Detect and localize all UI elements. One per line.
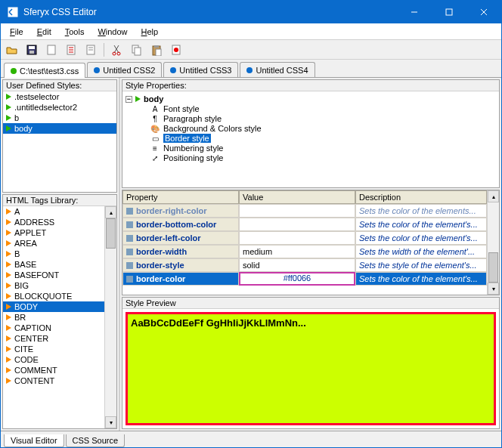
uds-item[interactable]: .untitledselector2 <box>3 102 116 113</box>
tree-child-label: Positioning style <box>163 153 224 162</box>
close-button[interactable] <box>466 1 501 23</box>
paste-icon[interactable] <box>148 42 165 58</box>
uds-item[interactable]: .testselector <box>3 91 116 102</box>
htl-list[interactable]: AADDRESSAPPLETAREABBASEBASEFONTBIGBLOCKQ… <box>3 206 104 428</box>
uds-item[interactable]: b <box>3 113 116 123</box>
pg-row[interactable]: border-widthmediumSets the width of the … <box>122 245 487 258</box>
menu-tools[interactable]: Tools <box>59 26 91 38</box>
svg-rect-21 <box>154 45 159 48</box>
scroll-up-icon[interactable]: ▴ <box>488 190 499 202</box>
htl-item[interactable]: COMMENT <box>3 365 104 375</box>
pg-value[interactable] <box>239 204 355 218</box>
minimize-button[interactable] <box>397 1 432 23</box>
pg-row[interactable]: border-left-colorSets the color of the e… <box>122 231 487 245</box>
doc-tab[interactable]: Untitled CSS3 <box>163 62 238 77</box>
page2-icon[interactable] <box>82 42 99 58</box>
menu-edit[interactable]: Edit <box>31 26 57 38</box>
tree-child-label: Font style <box>163 104 200 113</box>
col-property[interactable]: Property <box>122 190 239 204</box>
htl-item[interactable]: AREA <box>3 238 104 249</box>
page3-icon[interactable] <box>168 42 184 58</box>
tree-child[interactable]: 🎨Background & Colors style <box>126 124 496 134</box>
pg-row[interactable]: border-bottom-colorSets the color of the… <box>122 218 487 231</box>
menu-help[interactable]: Help <box>135 26 165 38</box>
htl-item[interactable]: CITE <box>3 344 104 354</box>
pg-name: border-right-color <box>122 204 239 218</box>
scroll-up-icon[interactable]: ▴ <box>105 206 116 218</box>
scroll-down-icon[interactable]: ▾ <box>105 416 116 428</box>
pg-scrollbar[interactable]: ▴ ▾ <box>487 190 499 295</box>
htl-item[interactable]: CODE <box>3 354 104 365</box>
doc-tab[interactable]: C:\test\test3.css <box>4 63 85 78</box>
menu-window[interactable]: Window <box>91 26 133 38</box>
pg-row[interactable]: border-stylesolidSets the style of the e… <box>122 258 487 272</box>
pg-value[interactable]: #ff0066 <box>239 272 355 286</box>
col-description[interactable]: Description <box>355 190 487 204</box>
htl-item-label: BASE <box>14 260 36 269</box>
page1-icon[interactable] <box>63 42 79 58</box>
scroll-thumb[interactable] <box>106 218 116 249</box>
tree-child[interactable]: ¶Paragraph style <box>126 114 496 124</box>
pg-row[interactable]: border-right-colorSets the color of the … <box>122 204 487 218</box>
tree-child[interactable]: ⤢Positioning style <box>126 153 496 163</box>
htl-item[interactable]: CONTENT <box>3 375 104 386</box>
app-window: Sferyx CSS Editor File Edit Tools Window… <box>0 0 502 448</box>
htl-item[interactable]: APPLET <box>3 227 104 238</box>
bottom-tab[interactable]: CSS Source <box>66 434 126 447</box>
tab-label: C:\test\test3.css <box>20 66 79 76</box>
menu-file[interactable]: File <box>4 26 29 38</box>
uds-item[interactable]: body <box>3 123 116 134</box>
htl-item[interactable]: ADDRESS <box>3 217 104 227</box>
htl-item-label: CODE <box>14 355 39 364</box>
htl-item[interactable]: BODY <box>3 301 104 312</box>
pg-value[interactable]: solid <box>239 258 355 272</box>
doc-tab[interactable]: Untitled CSS2 <box>87 62 162 77</box>
triangle-icon <box>6 94 11 100</box>
pg-header: Property Value Description <box>122 190 487 204</box>
htl-item[interactable]: BIG <box>3 280 104 291</box>
htl-item[interactable]: BASEFONT <box>3 270 104 280</box>
triangle-icon <box>6 357 11 363</box>
pg-value[interactable] <box>239 218 355 231</box>
htl-item[interactable]: A <box>3 206 104 217</box>
pg-value[interactable]: medium <box>239 245 355 258</box>
tree-child[interactable]: AFont style <box>126 104 496 114</box>
sp-tree[interactable]: − body AFont style¶Paragraph style🎨Backg… <box>122 91 499 187</box>
doc-tab[interactable]: Untitled CSS4 <box>240 62 315 77</box>
pg-row[interactable]: border-color#ff0066Sets the color of the… <box>122 272 487 286</box>
collapse-icon[interactable]: − <box>126 96 132 103</box>
svg-rect-2 <box>446 9 452 15</box>
scroll-thumb[interactable] <box>488 252 498 283</box>
pg-desc: Sets the color of the elements... <box>355 204 487 218</box>
htl-item[interactable]: BASE <box>3 259 104 270</box>
cut-icon[interactable] <box>109 42 126 58</box>
bottom-tab[interactable]: Visual Editor <box>4 434 64 447</box>
pg-value[interactable] <box>239 231 355 245</box>
triangle-icon <box>6 219 11 225</box>
htl-item-label: AREA <box>14 239 37 248</box>
uds-list[interactable]: .testselector.untitledselector2bbody <box>3 91 116 192</box>
col-value[interactable]: Value <box>239 190 355 204</box>
scroll-down-icon[interactable]: ▾ <box>488 283 499 295</box>
tree-child[interactable]: ≡Numbering style <box>126 144 496 153</box>
uds-item-label: b <box>14 113 19 122</box>
property-grid[interactable]: Property Value Description border-right-… <box>122 190 487 295</box>
htl-item[interactable]: CAPTION <box>3 323 104 333</box>
htl-scrollbar[interactable]: ▴ ▾ <box>104 206 116 428</box>
maximize-button[interactable] <box>432 1 466 23</box>
new-icon[interactable] <box>43 42 60 58</box>
triangle-icon <box>6 115 11 121</box>
triangle-icon <box>6 230 11 236</box>
copy-icon[interactable] <box>129 42 145 58</box>
svg-rect-8 <box>48 45 55 54</box>
open-icon[interactable] <box>4 42 20 58</box>
tree-child[interactable]: ▭Border style <box>126 134 496 144</box>
htl-item[interactable]: B <box>3 249 104 259</box>
htl-item[interactable]: BLOCKQUOTE <box>3 291 104 301</box>
htl-item-label: BR <box>14 313 26 322</box>
save-icon[interactable] <box>23 42 40 58</box>
htl-item[interactable]: BR <box>3 312 104 323</box>
htl-item[interactable]: CENTER <box>3 333 104 344</box>
tree-root[interactable]: − body <box>126 94 496 104</box>
triangle-icon <box>6 125 11 131</box>
